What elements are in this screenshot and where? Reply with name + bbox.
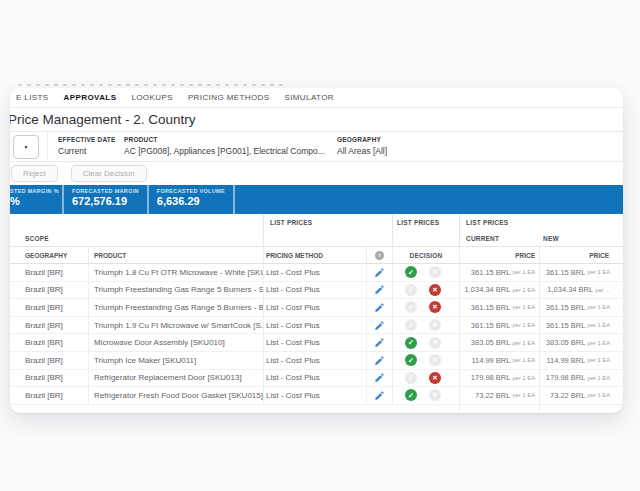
edit-pencil-icon[interactable] bbox=[374, 284, 385, 295]
approve-icon[interactable]: ✓ bbox=[405, 266, 417, 278]
table-row[interactable]: Brazil [BR] Triumph 1.9 Cu Ft Microwave … bbox=[10, 317, 623, 335]
geography-cell: Brazil [BR] bbox=[10, 352, 88, 369]
edit-pencil-icon[interactable] bbox=[374, 390, 385, 401]
decision-column-header[interactable]: DECISION bbox=[392, 247, 459, 263]
table-row[interactable]: Brazil [BR] Triumph Freestanding Gas Ran… bbox=[10, 299, 623, 317]
approve-icon[interactable]: ✓ bbox=[405, 337, 417, 349]
list-prices-group-label: LIST PRICES bbox=[466, 219, 539, 226]
new-price-column-header[interactable]: PRICE bbox=[539, 247, 623, 263]
new-subheader: NEW bbox=[543, 235, 623, 242]
approve-icon[interactable]: ✓ bbox=[405, 372, 417, 384]
tab-approvals[interactable]: APPROVALS bbox=[64, 93, 117, 102]
new-price-cell: 179.98 BRLper 1 EA bbox=[539, 370, 623, 387]
decision-cell: ✓ ✕ bbox=[392, 334, 459, 351]
filter-bar: ▼ EFFECTIVE DATE Current PRODUCT AC [PG0… bbox=[10, 132, 623, 162]
table-row[interactable]: Brazil [BR] Refrigerator Replacement Doo… bbox=[10, 370, 623, 388]
tab-pricing-methods[interactable]: PRICING METHODS bbox=[188, 93, 270, 102]
edit-pencil-icon[interactable] bbox=[374, 267, 385, 278]
new-price-cell: 361.15 BRLper 1 EA bbox=[539, 264, 623, 281]
edit-cell[interactable] bbox=[366, 387, 392, 404]
approve-icon[interactable]: ✓ bbox=[405, 284, 417, 296]
table-row[interactable]: Brazil [BR] Triumph Freestanding Gas Ran… bbox=[10, 282, 623, 300]
list-prices-group-label: LIST PRICES bbox=[397, 219, 459, 226]
current-price-column-header[interactable]: PRICE bbox=[459, 247, 539, 263]
geography-cell: Brazil [BR] bbox=[10, 334, 88, 351]
reject-icon[interactable]: ✕ bbox=[429, 319, 441, 331]
geography-cell: Brazil [BR] bbox=[10, 264, 88, 281]
chevron-down-icon: ▼ bbox=[24, 144, 29, 150]
reject-icon[interactable]: ✕ bbox=[429, 354, 441, 366]
approve-icon[interactable]: ✓ bbox=[405, 319, 417, 331]
tab-simulator[interactable]: SIMULATOR bbox=[284, 93, 334, 102]
forecasted-margin-label: FORECASTED MARGIN bbox=[72, 188, 139, 194]
edit-pencil-icon[interactable] bbox=[374, 337, 385, 348]
geography-cell: Brazil [BR] bbox=[10, 282, 88, 299]
clear-decision-button[interactable]: Clear Decision bbox=[71, 165, 147, 182]
new-price-cell: 73.22 BRLper 1 EA bbox=[539, 387, 623, 404]
approve-icon[interactable]: ✓ bbox=[405, 389, 417, 401]
effective-date-label: EFFECTIVE DATE bbox=[58, 136, 124, 143]
reject-icon[interactable]: ✕ bbox=[429, 389, 441, 401]
pricing-method-column-header[interactable]: PRICING METHOD bbox=[263, 247, 366, 263]
info-icon[interactable]: i bbox=[375, 251, 384, 260]
geography-cell: Brazil [BR] bbox=[10, 387, 88, 404]
edit-cell[interactable] bbox=[366, 282, 392, 299]
reject-icon[interactable]: ✕ bbox=[429, 284, 441, 296]
reject-icon[interactable]: ✕ bbox=[429, 372, 441, 384]
product-column-header[interactable]: PRODUCT bbox=[88, 247, 263, 263]
list-prices-group-label: LIST PRICES bbox=[270, 219, 392, 226]
reject-icon[interactable]: ✕ bbox=[429, 337, 441, 349]
expand-filters-button[interactable]: ▼ bbox=[13, 135, 39, 159]
product-cell: Refrigerator Replacement Door [SKU013] bbox=[88, 370, 263, 387]
table-row[interactable]: Brazil [BR] Refrigerator Fresh Food Door… bbox=[10, 387, 623, 405]
page-title: Price Management - 2. Country bbox=[10, 112, 196, 127]
product-filter[interactable]: PRODUCT AC [PG008], Appliances [PG001], … bbox=[124, 132, 337, 161]
edit-cell[interactable] bbox=[366, 352, 392, 369]
effective-date-value[interactable]: Current bbox=[58, 146, 124, 156]
approve-icon[interactable]: ✓ bbox=[405, 354, 417, 366]
decision-cell: ✓ ✕ bbox=[392, 264, 459, 281]
title-row: Price Management - 2. Country bbox=[10, 108, 623, 132]
pricing-method-cell: List - Cost Plus bbox=[263, 282, 366, 299]
geography-column-header[interactable]: GEOGRAPHY bbox=[10, 247, 88, 263]
reject-icon[interactable]: ✕ bbox=[429, 266, 441, 278]
approve-icon[interactable]: ✓ bbox=[405, 301, 417, 313]
effective-date-filter[interactable]: EFFECTIVE DATE Current bbox=[58, 132, 124, 161]
edit-pencil-icon[interactable] bbox=[374, 372, 385, 383]
product-cell: Triumph 1.8 Cu Ft OTR Microwave - White … bbox=[88, 264, 263, 281]
edit-cell[interactable] bbox=[366, 299, 392, 316]
reject-button[interactable]: Reject bbox=[11, 165, 58, 182]
edit-cell[interactable] bbox=[366, 334, 392, 351]
new-price-cell: 114.99 BRLper 1 EA bbox=[539, 352, 623, 369]
forecasted-margin-pct-label: STED MARGIN % bbox=[10, 188, 54, 194]
edit-cell[interactable] bbox=[366, 317, 392, 334]
table-row[interactable]: Brazil [BR] Triumph 1.8 Cu Ft OTR Microw… bbox=[10, 264, 623, 282]
current-price-cell: 383.05 BRLper 1 EA bbox=[459, 334, 539, 351]
tab-price-lists[interactable]: E LISTS bbox=[16, 93, 49, 102]
table-group-header: SCOPE LIST PRICES LIST PRICES LIST PRICE… bbox=[10, 214, 623, 247]
product-cell: Microwave Door Assembly [SKU010] bbox=[88, 334, 263, 351]
edit-cell[interactable] bbox=[366, 264, 392, 281]
reject-icon[interactable]: ✕ bbox=[429, 301, 441, 313]
product-label: PRODUCT bbox=[124, 136, 337, 143]
forecast-summary-bar: STED MARGIN % % FORECASTED MARGIN 672,57… bbox=[10, 185, 623, 214]
geography-filter[interactable]: GEOGRAPHY All Areas [All] bbox=[337, 132, 387, 161]
geography-label: GEOGRAPHY bbox=[337, 136, 387, 143]
product-cell: Triumph 1.9 Cu Ft Microwave w/ SmartCook… bbox=[88, 317, 263, 334]
table-row[interactable]: Brazil [BR] Microwave Door Assembly [SKU… bbox=[10, 334, 623, 352]
edit-pencil-icon[interactable] bbox=[374, 320, 385, 331]
price-management-panel: E LISTS APPROVALS LOOKUPS PRICING METHOD… bbox=[10, 88, 623, 413]
table-row[interactable]: Brazil [BR] Triumph Ice Maker [SKU011] L… bbox=[10, 352, 623, 370]
tab-lookups[interactable]: LOOKUPS bbox=[131, 93, 172, 102]
edit-pencil-icon[interactable] bbox=[374, 355, 385, 366]
forecasted-volume-label: FORECASTED VOLUME bbox=[157, 188, 225, 194]
decision-cell: ✓ ✕ bbox=[392, 352, 459, 369]
product-value[interactable]: AC [PG008], Appliances [PG001], Electric… bbox=[124, 146, 337, 156]
pricing-method-cell: List - Cost Plus bbox=[263, 370, 366, 387]
divider bbox=[47, 132, 48, 161]
geography-value[interactable]: All Areas [All] bbox=[337, 146, 387, 156]
edit-pencil-icon[interactable] bbox=[374, 302, 385, 313]
edit-cell[interactable] bbox=[366, 370, 392, 387]
decision-cell: ✓ ✕ bbox=[392, 370, 459, 387]
new-price-cell: 1,034.34 BRLper ... bbox=[539, 282, 623, 299]
